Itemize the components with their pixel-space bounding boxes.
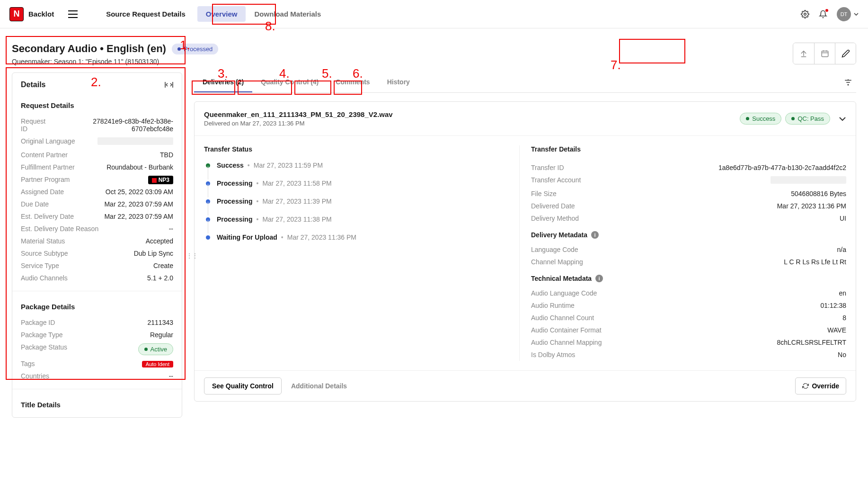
status-dot: [144, 348, 148, 351]
gear-icon[interactable]: [801, 10, 809, 18]
drag-handle-icon[interactable]: ⋮⋮: [186, 252, 198, 259]
detail-value: Dub Lip Sync: [134, 250, 173, 257]
filter-icon[interactable]: [840, 74, 856, 90]
info-icon[interactable]: i: [591, 231, 599, 239]
timeline: Success•Mar 27, 2023 11:59 PMProcessing•…: [204, 161, 519, 241]
content-area: ⋮⋮ Deliveries (2) Quality Control (4) Co…: [194, 72, 856, 418]
delivery-filename: Queenmaker_en_111_2111343_PM_51_20_2398_…: [204, 110, 740, 118]
timeline-date: Mar 27, 2023 11:58 PM: [262, 179, 331, 187]
timeline-dot: [206, 235, 210, 240]
timeline-date: Mar 27, 2023 11:39 PM: [262, 197, 331, 205]
detail-row: Partner ProgramNP3: [12, 173, 182, 186]
metadata-label: Channel Mapping: [531, 258, 583, 266]
main: Details Request Details Request ID278241…: [0, 72, 868, 427]
metadata-label: Audio Container Format: [531, 326, 602, 334]
app-name: Backlot: [28, 10, 54, 18]
metadata-label: Delivery Method: [531, 215, 579, 222]
metadata-label: Audio Runtime: [531, 302, 575, 309]
calendar-button[interactable]: [814, 43, 835, 64]
metadata-label: Transfer Account: [531, 176, 581, 185]
tab-quality-control[interactable]: Quality Control (4): [252, 72, 327, 92]
user-menu[interactable]: DT: [837, 7, 859, 21]
tab-download-materials[interactable]: Download Materials: [246, 6, 329, 22]
app-header: N Backlot Source Request Details Overvie…: [0, 0, 868, 28]
detail-value: NP3: [148, 176, 173, 183]
timeline-date: Mar 27, 2023 11:38 PM: [262, 215, 331, 223]
collapse-icon[interactable]: [165, 81, 173, 88]
details-header: Details: [12, 73, 182, 97]
metadata-value: Mar 27, 2023 11:36 PM: [777, 202, 846, 210]
detail-label: Service Type: [21, 262, 59, 269]
menu-icon[interactable]: [68, 10, 78, 18]
page-subtitle: Queenmaker: Season 1: "Episode 11" (8150…: [12, 58, 218, 65]
detail-label: Assigned Date: [21, 188, 64, 196]
metadata-value: L C R Ls Rs Lfe Lt Rt: [784, 258, 846, 266]
detail-label: Material Status: [21, 237, 65, 245]
svg-point-0: [804, 13, 806, 15]
detail-row: Audio Channels5.1 + 2.0: [12, 272, 182, 284]
metadata-value: No: [838, 351, 846, 359]
delivery-delivered-on: Delivered on Mar 27, 2023 11:36 PM: [204, 120, 740, 127]
tab-deliveries[interactable]: Deliveries (2): [194, 72, 252, 92]
status-badge-success: Success: [740, 113, 781, 125]
detail-label: Source Subtype: [21, 250, 68, 257]
see-qc-button[interactable]: See Quality Control: [204, 377, 282, 394]
detail-value: TBD: [160, 151, 173, 159]
metadata-label: File Size: [531, 190, 557, 197]
metadata-row: Delivered DateMar 27, 2023 11:36 PM: [531, 200, 846, 212]
detail-value: --: [169, 225, 173, 233]
detail-label: Request ID: [21, 117, 53, 133]
delivery-metadata-heading: Delivery Metadata i: [531, 231, 846, 239]
upload-button[interactable]: [793, 43, 814, 64]
netflix-logo: N: [9, 7, 24, 21]
edit-button[interactable]: [835, 43, 856, 64]
timeline-item: Processing•Mar 27, 2023 11:39 PM: [206, 197, 519, 205]
detail-value: Mar 22, 2023 07:59 AM: [104, 200, 173, 208]
header-title: Source Request Details: [106, 10, 186, 18]
np3-badge: NP3: [148, 176, 173, 184]
metadata-label: Transfer ID: [531, 164, 564, 171]
transfer-details-section: Transfer Details Transfer ID1a8e6d77b-a9…: [519, 145, 846, 361]
override-button[interactable]: Override: [795, 377, 846, 394]
header-actions: DT: [801, 7, 859, 21]
detail-value: --: [169, 372, 173, 380]
detail-value: 278241e9-c83b-4fe2-b38e-6707ebcfc48e: [53, 117, 173, 133]
detail-row: Est. Delivery DateMar 22, 2023 07:59 AM: [12, 210, 182, 223]
status-label: Active: [151, 346, 167, 353]
details-sidebar: Details Request Details Request ID278241…: [12, 72, 182, 418]
detail-label: Due Date: [21, 200, 49, 208]
status-label: Processed: [184, 45, 213, 53]
avatar: DT: [837, 7, 851, 21]
timeline-date: Mar 27, 2023 11:36 PM: [287, 233, 356, 241]
transfer-status-heading: Transfer Status: [204, 145, 519, 153]
detail-value: Auto Ident: [142, 360, 173, 367]
metadata-value: 01:12:38: [821, 302, 847, 309]
tab-comments[interactable]: Comments: [327, 72, 378, 92]
metadata-label: Delivered Date: [531, 202, 575, 210]
tab-history[interactable]: History: [379, 72, 418, 92]
additional-details-link[interactable]: Additional Details: [291, 382, 347, 390]
detail-value: Oct 25, 2022 03:09 AM: [106, 188, 173, 196]
status-badge-qc-pass: QC: Pass: [785, 113, 830, 125]
timeline-item: Processing•Mar 27, 2023 11:58 PM: [206, 179, 519, 187]
timeline-status: Processing: [217, 179, 252, 187]
transfer-status-section: Transfer Status Success•Mar 27, 2023 11:…: [204, 145, 519, 361]
bell-icon[interactable]: [819, 10, 827, 18]
detail-row: Package TypeRegular: [12, 329, 182, 341]
metadata-value: n/a: [837, 246, 846, 253]
detail-label: Audio Channels: [21, 274, 68, 282]
technical-metadata-heading: Technical Metadata i: [531, 275, 846, 282]
title-details-heading: Title Details: [12, 396, 182, 417]
detail-label: Est. Delivery Date Reason: [21, 225, 98, 233]
tag-auto-ident: Auto Ident: [142, 361, 173, 367]
metadata-label: Is Dolby Atmos: [531, 351, 575, 359]
detail-value: Active: [138, 343, 173, 355]
redacted-value: [771, 176, 846, 184]
status-label: Success: [752, 115, 775, 122]
tab-overview[interactable]: Overview: [197, 6, 246, 22]
metadata-value: 1a8e6d77b-a97b-477a-b130-2c7aadd4f2c2: [718, 164, 846, 171]
info-icon[interactable]: i: [595, 275, 603, 282]
status-badge-processed: Processed: [172, 44, 218, 54]
redacted-value: [97, 137, 173, 145]
expand-icon[interactable]: [839, 117, 846, 121]
